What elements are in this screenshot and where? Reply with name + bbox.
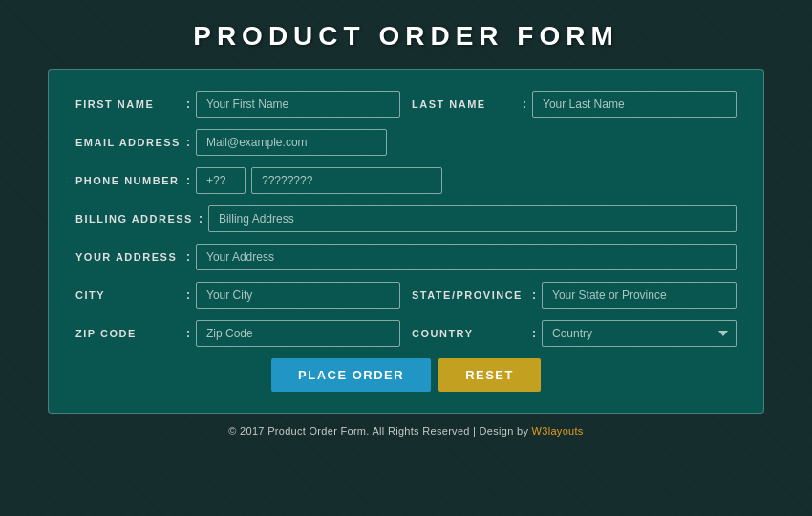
field-group-zip: ZIP CODE : [75, 320, 400, 347]
place-order-button[interactable]: PLACE ORDER [271, 358, 431, 392]
zip-label: ZIP CODE [75, 328, 181, 339]
last-name-label: LAST NAME [412, 98, 517, 110]
field-group-state: STATE/PROVINCE : [412, 282, 737, 309]
row-address: YOUR ADDRESS : [75, 244, 737, 270]
address-label: YOUR ADDRESS [75, 251, 181, 263]
country-select-wrapper: Country United States United Kingdom Can… [542, 320, 737, 347]
zip-input[interactable] [196, 320, 400, 347]
phone-label: PHONE NUMBER [75, 175, 181, 186]
country-label: COUNTRY [412, 328, 526, 339]
last-name-input[interactable] [532, 91, 737, 118]
row-name: FIRST NAME : LAST NAME : [75, 91, 737, 118]
field-group-country: COUNTRY : Country United States United K… [412, 320, 737, 347]
footer-text: © 2017 Product Order Form. All Rights Re… [228, 425, 531, 437]
last-name-colon: : [523, 97, 526, 111]
footer: © 2017 Product Order Form. All Rights Re… [228, 425, 583, 437]
footer-link[interactable]: W3layouts [532, 425, 584, 437]
city-label: CITY [75, 290, 181, 301]
phone-number-input[interactable] [251, 167, 442, 194]
button-row: PLACE ORDER RESET [75, 358, 737, 392]
billing-colon: : [199, 212, 203, 226]
zip-colon: : [186, 327, 190, 340]
first-name-colon: : [186, 97, 190, 111]
field-group-first-name: FIRST NAME : [75, 91, 400, 118]
billing-label: BILLING ADDRESS [75, 213, 193, 225]
state-input[interactable] [542, 282, 737, 309]
address-colon: : [186, 250, 190, 264]
email-label: EMAIL ADDRESS [75, 137, 181, 148]
field-group-address: YOUR ADDRESS : [75, 244, 737, 270]
country-select[interactable]: Country United States United Kingdom Can… [542, 320, 737, 347]
row-billing: BILLING ADDRESS : [75, 205, 737, 232]
field-group-email: EMAIL ADDRESS : [75, 129, 737, 156]
row-email: EMAIL ADDRESS : [75, 129, 737, 156]
row-city-state: CITY : STATE/PROVINCE : [75, 282, 737, 309]
your-address-input[interactable] [196, 244, 737, 270]
form-card: FIRST NAME : LAST NAME : EMAIL ADDRESS :… [48, 69, 764, 414]
field-group-last-name: LAST NAME : [412, 91, 737, 118]
row-phone: PHONE NUMBER : [75, 167, 737, 194]
email-colon: : [186, 136, 190, 149]
city-input[interactable] [196, 282, 400, 309]
page-title: PRODUCT ORDER FORM [193, 21, 619, 52]
field-group-phone: PHONE NUMBER : [75, 167, 737, 194]
city-colon: : [186, 289, 190, 302]
phone-code-input[interactable] [196, 167, 246, 194]
page-wrapper: PRODUCT ORDER FORM FIRST NAME : LAST NAM… [0, 0, 812, 516]
country-colon: : [532, 327, 536, 340]
email-input[interactable] [196, 129, 387, 156]
reset-button[interactable]: RESET [438, 358, 541, 392]
billing-address-input[interactable] [208, 205, 737, 232]
state-label: STATE/PROVINCE [412, 290, 526, 301]
phone-colon: : [186, 174, 190, 187]
state-colon: : [532, 289, 536, 302]
row-zip-country: ZIP CODE : COUNTRY : Country United Stat… [75, 320, 737, 347]
first-name-input[interactable] [196, 91, 400, 118]
field-group-billing: BILLING ADDRESS : [75, 205, 737, 232]
first-name-label: FIRST NAME [75, 98, 181, 110]
field-group-city: CITY : [75, 282, 400, 309]
